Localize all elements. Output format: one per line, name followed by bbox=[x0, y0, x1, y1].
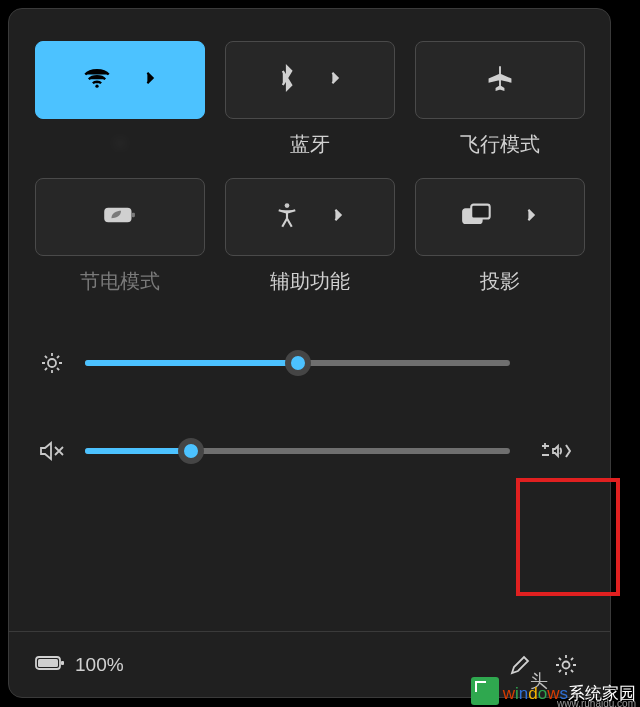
wifi-icon bbox=[83, 67, 111, 93]
battery-percent: 100% bbox=[75, 654, 124, 676]
project-icon bbox=[462, 203, 492, 231]
project-tile: 投影 bbox=[415, 178, 585, 295]
battery-saver-tile: 节电模式 bbox=[35, 178, 205, 295]
volume-output-button[interactable] bbox=[530, 439, 580, 463]
watermark-url: www.ruhaidu.com bbox=[557, 698, 636, 707]
svg-point-0 bbox=[95, 85, 98, 88]
accessibility-tile: 辅助功能 bbox=[225, 178, 395, 295]
bluetooth-tile: 蓝牙 bbox=[225, 41, 395, 158]
brightness-row bbox=[39, 351, 580, 375]
wifi-button[interactable] bbox=[35, 41, 205, 119]
bluetooth-label: 蓝牙 bbox=[290, 131, 330, 158]
tiles-grid: - 蓝牙 bbox=[9, 9, 610, 295]
svg-point-3 bbox=[285, 203, 290, 208]
svg-rect-5 bbox=[471, 205, 489, 219]
airplane-tile: 飞行模式 bbox=[415, 41, 585, 158]
chevron-right-icon bbox=[328, 71, 342, 89]
project-button[interactable] bbox=[415, 178, 585, 256]
svg-rect-2 bbox=[132, 213, 135, 217]
accessibility-button[interactable] bbox=[225, 178, 395, 256]
project-label: 投影 bbox=[480, 268, 520, 295]
watermark-logo-icon bbox=[471, 677, 499, 705]
bluetooth-button[interactable] bbox=[225, 41, 395, 119]
volume-slider[interactable] bbox=[85, 448, 510, 454]
battery-saver-button[interactable] bbox=[35, 178, 205, 256]
bluetooth-icon bbox=[278, 64, 296, 96]
svg-point-6 bbox=[48, 359, 56, 367]
battery-icon bbox=[35, 653, 65, 677]
battery-saver-label: 节电模式 bbox=[80, 268, 160, 295]
svg-rect-9 bbox=[61, 661, 64, 665]
accessibility-label: 辅助功能 bbox=[270, 268, 350, 295]
airplane-icon bbox=[486, 64, 514, 96]
brightness-slider[interactable] bbox=[85, 360, 510, 366]
airplane-label: 飞行模式 bbox=[460, 131, 540, 158]
chevron-right-icon bbox=[143, 71, 157, 89]
volume-row bbox=[39, 439, 580, 463]
accessibility-icon bbox=[275, 202, 299, 232]
chevron-right-icon bbox=[524, 208, 538, 226]
quick-settings-panel: - 蓝牙 bbox=[8, 8, 611, 698]
wifi-label: - bbox=[117, 131, 124, 154]
battery-leaf-icon bbox=[104, 204, 136, 230]
volume-mute-icon[interactable] bbox=[39, 439, 65, 463]
svg-rect-8 bbox=[38, 659, 58, 667]
svg-point-10 bbox=[563, 661, 570, 668]
wifi-tile: - bbox=[35, 41, 205, 158]
watermark: windows系统家园 www.ruhaidu.com bbox=[467, 675, 640, 707]
brightness-icon bbox=[39, 351, 65, 375]
airplane-button[interactable] bbox=[415, 41, 585, 119]
chevron-right-icon bbox=[331, 208, 345, 226]
sliders-section bbox=[9, 351, 610, 463]
